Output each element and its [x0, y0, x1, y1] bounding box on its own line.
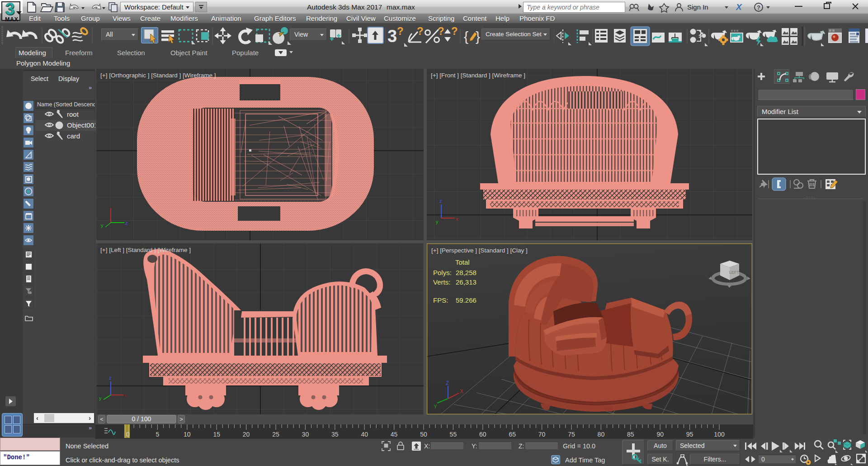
svg-text:Sign In: Sign In: [687, 3, 708, 11]
svg-text:0: 0: [126, 431, 130, 438]
svg-text:LEFT: LEFT: [729, 270, 740, 275]
svg-text:75: 75: [568, 431, 575, 438]
svg-text:?: ?: [438, 26, 444, 37]
svg-text:20: 20: [243, 431, 250, 438]
svg-text:y: y: [101, 223, 104, 228]
svg-text:X: X: [736, 2, 742, 12]
svg-text:z: z: [109, 375, 112, 380]
svg-text:x: x: [456, 216, 458, 222]
svg-text:15: 15: [213, 431, 220, 438]
svg-text:?: ?: [417, 26, 424, 37]
svg-text:25: 25: [272, 431, 279, 438]
svg-text:40: 40: [361, 431, 368, 438]
svg-text:80: 80: [598, 431, 605, 438]
svg-text:?: ?: [451, 26, 458, 37]
svg-text:?: ?: [397, 26, 404, 37]
svg-text:90: 90: [656, 431, 664, 438]
svg-text:10: 10: [184, 431, 191, 438]
svg-text:5: 5: [156, 431, 160, 438]
svg-text:Y: Y: [434, 404, 437, 410]
svg-text:85: 85: [627, 431, 634, 438]
svg-text:100: 100: [714, 431, 725, 438]
svg-text:}: }: [476, 29, 480, 44]
svg-text:?: ?: [757, 4, 760, 11]
svg-text:55: 55: [450, 431, 457, 438]
svg-text:Z: Z: [446, 380, 449, 386]
svg-text:y: y: [99, 395, 102, 401]
svg-text:x: x: [124, 393, 127, 398]
svg-text:3: 3: [387, 27, 397, 46]
svg-text:30: 30: [302, 431, 309, 438]
svg-text:70: 70: [538, 431, 546, 438]
svg-text:65: 65: [509, 431, 516, 438]
svg-text:y: y: [436, 219, 439, 224]
svg-text:X: X: [460, 388, 463, 395]
svg-text:60: 60: [479, 431, 486, 438]
svg-text:50: 50: [420, 431, 427, 438]
svg-text:45: 45: [391, 431, 398, 438]
svg-text:{: {: [464, 29, 468, 44]
svg-text:z: z: [125, 220, 128, 226]
svg-text:35: 35: [331, 431, 339, 438]
svg-text:95: 95: [686, 431, 693, 438]
svg-text:z: z: [439, 198, 442, 204]
